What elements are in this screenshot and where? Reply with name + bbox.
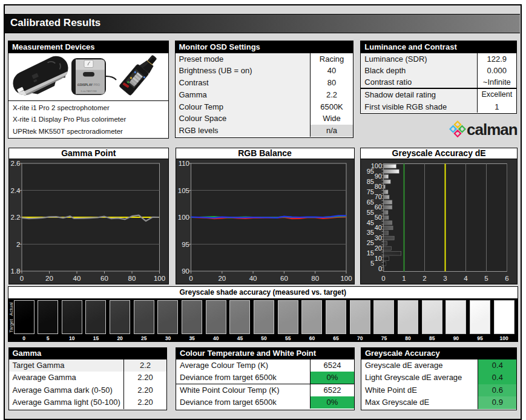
svg-text:X-rite PANTONE: X-rite PANTONE bbox=[81, 90, 97, 93]
svg-text:40: 40 bbox=[375, 224, 382, 231]
svg-text:10: 10 bbox=[375, 254, 382, 261]
svg-text:85: 85 bbox=[367, 177, 374, 185]
svg-text:20: 20 bbox=[375, 244, 382, 251]
svg-text:70: 70 bbox=[375, 193, 382, 200]
svg-text:80: 80 bbox=[375, 183, 382, 190]
svg-text:100: 100 bbox=[371, 162, 382, 169]
svg-text:3: 3 bbox=[444, 275, 447, 282]
svg-text:60: 60 bbox=[375, 203, 382, 211]
svg-text:calman: calman bbox=[467, 120, 518, 139]
svg-text:4: 4 bbox=[464, 275, 468, 282]
svg-text:2.4: 2.4 bbox=[10, 186, 21, 194]
svg-text:60: 60 bbox=[100, 275, 108, 282]
svg-text:0: 0 bbox=[382, 275, 386, 282]
svg-text:0: 0 bbox=[19, 275, 23, 282]
svg-text:100: 100 bbox=[340, 275, 352, 282]
svg-text:40: 40 bbox=[73, 275, 81, 282]
svg-text:110: 110 bbox=[178, 160, 189, 167]
svg-text:i1DISPLAY PRO: i1DISPLAY PRO bbox=[77, 83, 100, 87]
svg-text:2.6: 2.6 bbox=[10, 160, 20, 167]
svg-text:60: 60 bbox=[280, 275, 288, 282]
svg-text:20: 20 bbox=[45, 275, 53, 282]
svg-text:90: 90 bbox=[182, 267, 189, 275]
svg-text:75: 75 bbox=[367, 188, 374, 195]
svg-text:30: 30 bbox=[375, 234, 382, 241]
svg-text:35: 35 bbox=[367, 229, 374, 236]
svg-text:5: 5 bbox=[370, 260, 374, 267]
svg-text:65: 65 bbox=[367, 198, 374, 205]
svg-text:105: 105 bbox=[177, 186, 189, 194]
svg-text:1: 1 bbox=[403, 275, 406, 282]
svg-text:6: 6 bbox=[505, 275, 509, 282]
svg-text:2.2: 2.2 bbox=[10, 214, 20, 221]
svg-text:80: 80 bbox=[311, 275, 319, 282]
svg-text:20: 20 bbox=[218, 275, 226, 282]
svg-text:40: 40 bbox=[249, 275, 257, 282]
svg-text:100: 100 bbox=[153, 275, 165, 282]
svg-text:50: 50 bbox=[375, 214, 382, 221]
svg-text:0: 0 bbox=[378, 264, 382, 272]
svg-text:90: 90 bbox=[375, 172, 382, 180]
svg-text:5: 5 bbox=[485, 275, 488, 282]
svg-text:2: 2 bbox=[423, 275, 427, 282]
svg-text:25: 25 bbox=[367, 239, 374, 246]
svg-text:100: 100 bbox=[177, 214, 189, 221]
svg-text:0: 0 bbox=[189, 275, 192, 282]
svg-text:95: 95 bbox=[182, 240, 189, 248]
svg-text:55: 55 bbox=[367, 208, 374, 215]
svg-text:45: 45 bbox=[367, 218, 374, 226]
svg-text:80: 80 bbox=[128, 275, 136, 282]
svg-text:1.8: 1.8 bbox=[10, 267, 20, 275]
svg-text:15: 15 bbox=[367, 249, 374, 257]
